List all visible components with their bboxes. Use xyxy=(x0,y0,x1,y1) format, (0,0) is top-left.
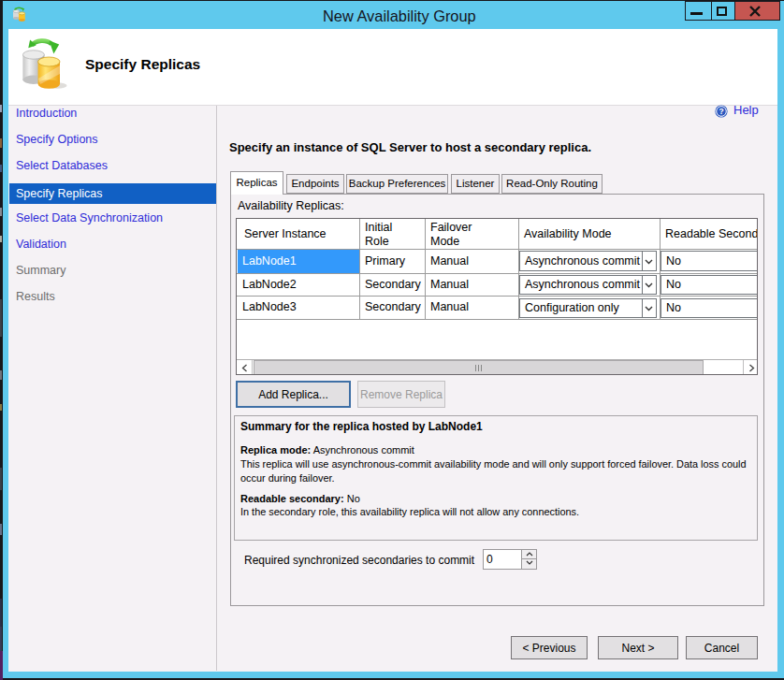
svg-text:?: ? xyxy=(719,107,723,116)
